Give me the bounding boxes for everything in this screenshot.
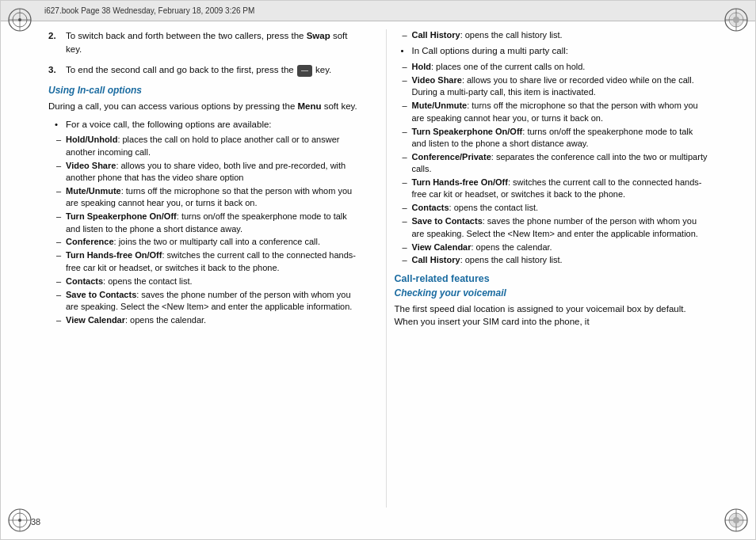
using-incall-title: Using In-call options (48, 85, 362, 96)
call-related-title: Call-related features (395, 273, 708, 284)
svg-point-9 (733, 17, 739, 23)
multi-dash-save-contacts: – Save to Contacts: saves the phone numb… (403, 215, 708, 240)
dash-speakerphone: – Turn Speakerphone On/Off: turns on/off… (56, 211, 362, 235)
dash-call-history-1: – Call History: opens the call history l… (403, 29, 708, 41)
left-dash-list: – Hold/Unhold: places the call on hold t… (56, 134, 362, 326)
corner-decoration-br (722, 506, 750, 534)
dash-save-to-contacts: – Save to Contacts: saves the phone numb… (56, 289, 362, 314)
item-2-text: To switch back and forth between the two… (66, 29, 362, 55)
voice-call-intro: For a voice call, the following options … (66, 118, 272, 131)
corner-decoration-tl (6, 6, 34, 34)
item-3-text: To end the second call and go back to th… (66, 63, 362, 77)
main-content: 2. To switch back and forth between the … (48, 29, 708, 508)
multi-party-bullet-list: • In Call options during a multi party c… (401, 44, 708, 58)
checking-voicemail-text: The first speed dial location is assigne… (395, 302, 708, 329)
item-3-number: 3. (48, 63, 66, 77)
page: i627.book Page 38 Wednesday, February 18… (0, 0, 756, 540)
dash-video-share: – Video Share: allows you to share video… (56, 160, 362, 184)
dash-hands-free: – Turn Hands-free On/Off: switches the c… (56, 249, 362, 274)
bullet-symbol: • (55, 118, 66, 131)
multi-dash-video-share: – Video Share: allows you to share live … (403, 74, 708, 99)
voice-call-bullet-list: • For a voice call, the following option… (55, 118, 362, 131)
dash-view-calendar: – View Calendar: opens the calendar. (56, 314, 362, 326)
multi-party-intro: In Call options during a multi party cal… (412, 44, 569, 58)
using-incall-intro: During a call, you can access various op… (48, 100, 362, 113)
multi-party-bullet: • In Call options during a multi party c… (401, 44, 708, 58)
dash-conference: – Conference: joins the two or multipart… (56, 236, 362, 248)
dash-contacts: – Contacts: opens the contact list. (56, 276, 362, 287)
numbered-item-2: 2. To switch back and forth between the … (48, 29, 362, 55)
page-number: 38 (31, 517, 40, 527)
multi-dash-hands-free: – Turn Hands-free On/Off: switches the c… (403, 177, 708, 201)
right-continued-dash: – Call History: opens the call history l… (403, 29, 708, 41)
header-text: i627.book Page 38 Wednesday, February 18… (44, 6, 254, 15)
dash-mute-unmute: – Mute/Unmute: turns off the microphone … (56, 185, 362, 210)
svg-point-14 (18, 519, 21, 522)
dash-hold-unhold: – Hold/Unhold: places the call on hold t… (56, 134, 362, 158)
numbered-item-3: 3. To end the second call and go back to… (48, 63, 362, 77)
svg-point-4 (18, 18, 21, 21)
multi-party-dash-list: – Hold: places one of the current calls … (403, 61, 708, 267)
checking-voicemail-title: Checking your voicemail (395, 287, 708, 299)
right-column: – Call History: opens the call history l… (386, 29, 708, 508)
multi-dash-mute-unmute: – Mute/Unmute: turns off the microphone … (403, 100, 708, 124)
multi-dash-conference-private: – Conference/Private: separates the conf… (403, 151, 708, 176)
voice-call-bullet: • For a voice call, the following option… (55, 118, 362, 131)
header-bar: i627.book Page 38 Wednesday, February 18… (1, 1, 755, 21)
end-key-icon: — (297, 65, 312, 77)
left-column: 2. To switch back and forth between the … (48, 29, 370, 508)
multi-dash-speakerphone: – Turn Speakerphone On/Off: turns on/off… (403, 126, 708, 150)
corner-decoration-bl (6, 506, 34, 534)
corner-decoration-tr (722, 6, 750, 34)
multi-dash-hold: – Hold: places one of the current calls … (403, 61, 708, 73)
multi-dash-view-calendar: – View Calendar: opens the calendar. (403, 241, 708, 253)
multi-dash-call-history: – Call History: opens the call history l… (403, 254, 708, 266)
item-2-number: 2. (48, 29, 66, 55)
svg-point-19 (733, 517, 739, 523)
multi-dash-contacts: – Contacts: opens the contact list. (403, 202, 708, 214)
